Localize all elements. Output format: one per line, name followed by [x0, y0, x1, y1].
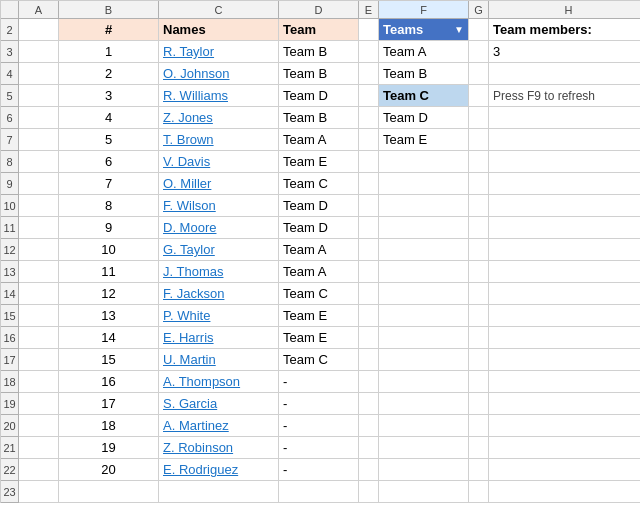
cell-18c[interactable]: A. Thompson: [159, 371, 279, 393]
cell-23f: [379, 481, 469, 503]
cell-4d: Team B: [279, 63, 359, 85]
sheet-grid: A B C D E F G H I 2 # Names Team Teams ▼…: [0, 0, 640, 503]
cell-5a: [19, 85, 59, 107]
cell-8c[interactable]: V. Davis: [159, 151, 279, 173]
cell-19e: [359, 393, 379, 415]
cell-10c[interactable]: F. Wilson: [159, 195, 279, 217]
cell-13f: [379, 261, 469, 283]
row-header-19: 19: [1, 393, 19, 415]
cell-13c[interactable]: J. Thomas: [159, 261, 279, 283]
cell-14g: [469, 283, 489, 305]
cell-15e: [359, 305, 379, 327]
cell-7f: Team E: [379, 129, 469, 151]
cell-13d: Team A: [279, 261, 359, 283]
cell-3f: Team A: [379, 41, 469, 63]
cell-9h: [489, 173, 640, 195]
cell-3c[interactable]: R. Taylor: [159, 41, 279, 63]
cell-22c[interactable]: E. Rodriguez: [159, 459, 279, 481]
cell-7a: [19, 129, 59, 151]
cell-12a: [19, 239, 59, 261]
cell-2h-label: Team members:: [489, 19, 640, 41]
cell-21b: 19: [59, 437, 159, 459]
cell-17a: [19, 349, 59, 371]
cell-17g: [469, 349, 489, 371]
cell-15g: [469, 305, 489, 327]
cell-17h: [489, 349, 640, 371]
cell-16g: [469, 327, 489, 349]
cell-18a: [19, 371, 59, 393]
cell-3a: [19, 41, 59, 63]
cell-5c[interactable]: R. Williams: [159, 85, 279, 107]
cell-11d: Team D: [279, 217, 359, 239]
cell-2c-names: Names: [159, 19, 279, 41]
cell-8g: [469, 151, 489, 173]
cell-17f: [379, 349, 469, 371]
row-header-18: 18: [1, 371, 19, 393]
cell-22g: [469, 459, 489, 481]
cell-20c[interactable]: A. Martinez: [159, 415, 279, 437]
cell-15h: [489, 305, 640, 327]
cell-15a: [19, 305, 59, 327]
cell-6d: Team B: [279, 107, 359, 129]
cell-23a: [19, 481, 59, 503]
row-header-13: 13: [1, 261, 19, 283]
cell-15c[interactable]: P. White: [159, 305, 279, 327]
cell-3d: Team B: [279, 41, 359, 63]
cell-5f[interactable]: Team C: [379, 85, 469, 107]
cell-7h: [489, 129, 640, 151]
cell-21h: [489, 437, 640, 459]
cell-23g: [469, 481, 489, 503]
cell-21d: -: [279, 437, 359, 459]
cell-16c[interactable]: E. Harris: [159, 327, 279, 349]
cell-12g: [469, 239, 489, 261]
cell-7g: [469, 129, 489, 151]
cell-20b: 18: [59, 415, 159, 437]
cell-12b: 10: [59, 239, 159, 261]
cell-8f: [379, 151, 469, 173]
cell-5d: Team D: [279, 85, 359, 107]
cell-13h: [489, 261, 640, 283]
cell-5b: 3: [59, 85, 159, 107]
col-header-g: G: [469, 1, 489, 19]
row-header-17: 17: [1, 349, 19, 371]
cell-7c[interactable]: T. Brown: [159, 129, 279, 151]
cell-17d: Team C: [279, 349, 359, 371]
cell-2f-teams[interactable]: Teams ▼: [379, 19, 469, 41]
cell-4c[interactable]: O. Johnson: [159, 63, 279, 85]
cell-11b: 9: [59, 217, 159, 239]
cell-9c[interactable]: O. Miller: [159, 173, 279, 195]
cell-20g: [469, 415, 489, 437]
cell-18f: [379, 371, 469, 393]
cell-6e: [359, 107, 379, 129]
cell-10g: [469, 195, 489, 217]
cell-22h: [489, 459, 640, 481]
cell-10a: [19, 195, 59, 217]
cell-12c[interactable]: G. Taylor: [159, 239, 279, 261]
cell-6c[interactable]: Z. Jones: [159, 107, 279, 129]
cell-10f: [379, 195, 469, 217]
cell-11c[interactable]: D. Moore: [159, 217, 279, 239]
cell-19h: [489, 393, 640, 415]
col-header-f: F: [379, 1, 469, 19]
cell-16e: [359, 327, 379, 349]
cell-17c[interactable]: U. Martin: [159, 349, 279, 371]
cell-21g: [469, 437, 489, 459]
cell-17e: [359, 349, 379, 371]
row-header-14: 14: [1, 283, 19, 305]
cell-10d: Team D: [279, 195, 359, 217]
cell-3g: [469, 41, 489, 63]
cell-14d: Team C: [279, 283, 359, 305]
cell-21f: [379, 437, 469, 459]
cell-23e: [359, 481, 379, 503]
cell-16h: [489, 327, 640, 349]
cell-14c[interactable]: F. Jackson: [159, 283, 279, 305]
cell-8h: [489, 151, 640, 173]
cell-19c[interactable]: S. Garcia: [159, 393, 279, 415]
cell-21c[interactable]: Z. Robinson: [159, 437, 279, 459]
cell-15f: [379, 305, 469, 327]
cell-23h: [489, 481, 640, 503]
col-header-a: A: [19, 1, 59, 19]
col-header-b: B: [59, 1, 159, 19]
teams-dropdown-arrow[interactable]: ▼: [454, 24, 464, 35]
cell-8d: Team E: [279, 151, 359, 173]
